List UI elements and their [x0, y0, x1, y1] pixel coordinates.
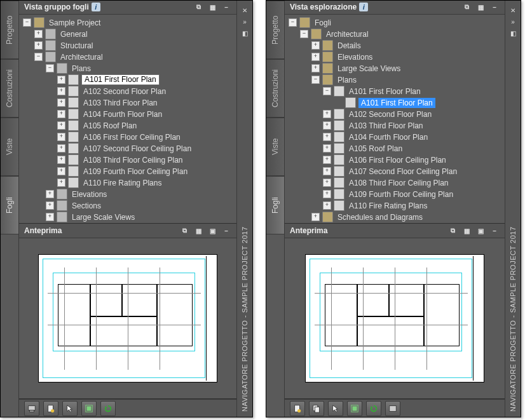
tree-item-a107[interactable]: A107 Second Floor Ceiling Plan — [347, 166, 459, 177]
publish-btn[interactable] — [24, 401, 39, 416]
expand-toggle[interactable]: + — [57, 133, 65, 141]
config-btn-1[interactable]: ⧉ — [192, 1, 205, 13]
refresh-btn[interactable] — [100, 401, 116, 416]
expand-toggle[interactable]: + — [311, 41, 320, 50]
drawing-preview[interactable] — [305, 254, 484, 383]
tree-item-a108[interactable]: A108 Third Floor Ceiling Plan — [81, 154, 185, 166]
extra-btn[interactable] — [385, 401, 400, 416]
tree-item-a104[interactable]: A104 Fourth Floor Plan — [347, 132, 430, 143]
config-btn-2[interactable]: ▦ — [206, 1, 219, 13]
expand-toggle[interactable]: + — [323, 167, 331, 175]
expand-toggle[interactable]: + — [57, 110, 65, 118]
tree-item-general[interactable]: General — [58, 29, 90, 40]
expand-toggle[interactable]: − — [23, 18, 31, 27]
expand-toggle[interactable]: + — [46, 213, 54, 221]
tree-item-a110[interactable]: A110 Fire Rating Plans — [81, 177, 163, 189]
tree-body[interactable]: −Fogli −Architectural +Details +Elevatio… — [285, 15, 505, 224]
preview-cfg-3[interactable]: ▣ — [474, 225, 487, 236]
preview-cfg-2[interactable]: ▦ — [460, 225, 473, 236]
expand-toggle[interactable]: + — [323, 179, 331, 187]
expand-toggle[interactable]: − — [34, 53, 43, 61]
tree-item-a103[interactable]: A103 Third Floor Plan — [347, 120, 425, 132]
pin-btn[interactable]: ◧ — [508, 28, 518, 38]
tree-item-a110[interactable]: A110 Fire Rating Plans — [347, 200, 429, 212]
tab-fogli[interactable]: Fogli — [1, 176, 18, 234]
tree-item-plans[interactable]: Plans — [336, 74, 358, 86]
expand-toggle[interactable]: + — [57, 76, 65, 84]
close-btn[interactable]: ✕ — [508, 5, 518, 15]
expand-toggle[interactable]: + — [57, 179, 65, 187]
expand-toggle[interactable]: + — [46, 201, 54, 210]
preview-cfg-3[interactable]: ▣ — [206, 225, 219, 236]
config-btn-1[interactable]: ⧉ — [460, 1, 473, 13]
close-btn[interactable]: ✕ — [240, 5, 250, 15]
expand-toggle[interactable]: − — [323, 87, 331, 95]
tree-item-a109[interactable]: A109 Fourth Floor Ceiling Plan — [81, 166, 189, 177]
tree-item-lsv[interactable]: Large Scale Views — [336, 63, 402, 74]
tree-item-a103[interactable]: A103 Third Floor Plan — [81, 97, 160, 109]
tree-item-architectural[interactable]: Architectural — [324, 29, 371, 40]
preview-cfg-1[interactable]: ⧉ — [446, 225, 459, 236]
tree-item-a105[interactable]: A105 Roof Plan — [81, 120, 139, 132]
expand-toggle[interactable]: + — [57, 98, 65, 107]
collapse-btn[interactable]: » — [240, 17, 250, 27]
tree-item-a101[interactable]: A101 First Floor Plan — [347, 86, 423, 97]
expand-toggle[interactable]: + — [323, 121, 331, 130]
expand-toggle[interactable]: + — [311, 213, 320, 221]
tree-item-details[interactable]: Details — [70, 223, 97, 224]
pin-btn[interactable]: ◧ — [240, 28, 250, 38]
tree-item-a102[interactable]: A102 Second Floor Plan — [81, 86, 168, 97]
layout-btn[interactable] — [347, 401, 362, 416]
expand-toggle[interactable]: + — [46, 190, 54, 198]
tree-item-a106[interactable]: A106 First Floor Ceiling Plan — [81, 132, 182, 143]
expand-toggle[interactable]: + — [57, 156, 65, 164]
expand-toggle[interactable]: + — [57, 121, 65, 130]
expand-toggle[interactable]: − — [311, 76, 320, 84]
expand-toggle[interactable]: + — [57, 87, 65, 95]
tree-item-a107[interactable]: A107 Second Floor Ceiling Plan — [81, 143, 193, 154]
tree-item-elevations[interactable]: Elevations — [70, 189, 109, 200]
tab-viste[interactable]: Viste — [1, 118, 18, 176]
tree-item-a108[interactable]: A108 Third Floor Ceiling Plan — [347, 177, 451, 189]
preview-minimize[interactable]: – — [220, 225, 233, 236]
new-btn[interactable] — [290, 401, 305, 416]
tab-progetto[interactable]: Progetto — [1, 1, 18, 59]
copy-btn[interactable] — [309, 401, 324, 416]
expand-toggle[interactable]: + — [323, 144, 331, 152]
drawing-preview[interactable] — [38, 254, 217, 383]
config-btn-2[interactable]: ▦ — [474, 1, 487, 13]
new-btn[interactable] — [43, 401, 58, 416]
tab-fogli[interactable]: Fogli — [266, 176, 284, 234]
tree-item-sections[interactable]: Sections — [336, 223, 369, 224]
expand-toggle[interactable]: + — [57, 144, 65, 152]
expand-toggle[interactable]: − — [300, 30, 308, 38]
tree-item-a101-selected[interactable]: A101 First Floor Plan — [358, 98, 435, 108]
collapse-btn[interactable]: » — [508, 17, 518, 27]
expand-toggle[interactable]: + — [323, 110, 331, 118]
tree-item-schedules[interactable]: Schedules and Diagrams — [336, 212, 425, 223]
tree-item-structural[interactable]: Structural — [58, 40, 95, 51]
tree-item-a101-selected[interactable]: A101 First Floor Plan — [81, 74, 160, 85]
expand-toggle[interactable]: + — [57, 167, 65, 175]
expand-toggle[interactable]: + — [323, 190, 331, 198]
tree-root[interactable]: Sample Project — [47, 17, 102, 29]
preview-minimize[interactable]: – — [488, 225, 501, 236]
tree-item-elevations[interactable]: Elevations — [336, 51, 374, 63]
preview-cfg-2[interactable]: ▦ — [192, 225, 205, 236]
tree-item-sections[interactable]: Sections — [70, 200, 103, 212]
expand-toggle[interactable]: − — [289, 18, 297, 27]
expand-toggle[interactable]: − — [46, 64, 54, 72]
tab-progetto[interactable]: Progetto — [266, 1, 284, 59]
tab-costruzioni[interactable]: Costruzioni — [266, 59, 284, 118]
tab-viste[interactable]: Viste — [266, 118, 284, 176]
info-icon[interactable]: i — [92, 3, 100, 11]
tree-item-a106[interactable]: A106 First Floor Ceiling Plan — [347, 154, 448, 166]
select-btn[interactable] — [328, 401, 343, 416]
tree-root[interactable]: Fogli — [313, 17, 333, 29]
expand-toggle[interactable]: + — [311, 53, 320, 61]
tree-item-architectural[interactable]: Architectural — [58, 51, 105, 63]
minimize-btn[interactable]: – — [488, 1, 501, 13]
expand-toggle[interactable]: + — [323, 201, 331, 210]
tree-item-lsv[interactable]: Large Scale Views — [70, 212, 137, 223]
tree-item-a102[interactable]: A102 Second Floor Plan — [347, 109, 433, 120]
